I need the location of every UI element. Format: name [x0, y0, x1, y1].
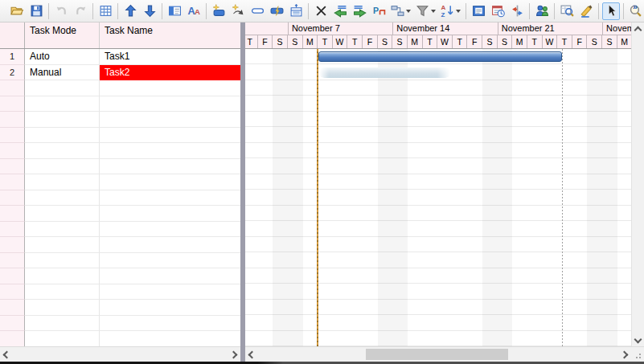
- row-number-cell: [0, 316, 25, 332]
- grid-scroll-left-button[interactable]: [0, 347, 14, 362]
- task-name-cell: [100, 143, 240, 159]
- day-header-cell: T: [318, 35, 333, 48]
- delete-task-button[interactable]: [312, 2, 330, 20]
- indent-task-button[interactable]: [351, 2, 368, 20]
- task-mode-cell: [25, 253, 100, 269]
- toolbar-separator: [554, 3, 555, 19]
- arrow-down-icon: [143, 4, 157, 18]
- indent-icon: [353, 4, 367, 18]
- toolbar-separator: [598, 3, 599, 19]
- resize-grip[interactable]: [631, 347, 644, 362]
- task-name-cell: [100, 331, 240, 346]
- toolbar-separator: [623, 3, 624, 19]
- task-name-cell: [100, 316, 240, 332]
- split-view-button[interactable]: [508, 2, 526, 20]
- day-header-cell: S: [378, 35, 393, 48]
- task-name-cell: [100, 96, 240, 112]
- chevron-left-icon: [3, 350, 11, 358]
- task-calendar-button[interactable]: [287, 2, 305, 20]
- insert-columns-button[interactable]: [96, 2, 114, 20]
- insert-summary-task-button[interactable]: [229, 2, 247, 20]
- arrow-up-icon: [124, 4, 137, 18]
- gantt-chart: November 7November 14November 21November…: [245, 22, 631, 346]
- move-task-up-button[interactable]: [121, 2, 139, 20]
- format-painter-icon: [580, 4, 593, 18]
- grid-horizontal-scrollbar[interactable]: [0, 347, 240, 362]
- task-bar-style-button[interactable]: [248, 2, 266, 20]
- task-name-cell: [100, 268, 240, 284]
- open-icon: [10, 4, 24, 18]
- chart-scroll-thumb[interactable]: [366, 349, 508, 360]
- task-name-cell: [100, 112, 240, 128]
- chevron-left-icon: [248, 350, 256, 358]
- scroll-down-button[interactable]: [632, 333, 644, 346]
- day-header-cell: W: [333, 35, 348, 48]
- chart-scroll-right-button[interactable]: [617, 347, 631, 362]
- toolbar-separator: [117, 3, 118, 19]
- insert-task-button[interactable]: [210, 2, 228, 20]
- task-mode-cell: [25, 284, 100, 301]
- pert-analysis-button[interactable]: [370, 2, 388, 20]
- day-header-cell: T: [347, 35, 363, 48]
- row-number-header-cell[interactable]: [0, 22, 25, 48]
- split-view-icon: [511, 4, 524, 18]
- move-task-down-button[interactable]: [141, 2, 158, 20]
- task-mode-cell: [25, 159, 100, 175]
- empty-row: [0, 128, 240, 144]
- day-header-cell: M: [617, 35, 631, 48]
- gantt-application: » Task Mode Task Name 1AutoTask12ManualT…: [0, 0, 644, 364]
- network-diagram-icon: [391, 4, 404, 18]
- timescale-icon: [491, 4, 505, 18]
- undo-button[interactable]: [52, 2, 70, 20]
- gantt-bar-task1[interactable]: [318, 51, 562, 62]
- grid-scroll-right-button[interactable]: [227, 347, 240, 362]
- task-details-icon: [472, 4, 486, 18]
- filter-button[interactable]: [414, 2, 437, 20]
- open-button[interactable]: [8, 2, 26, 20]
- redo-button[interactable]: [72, 2, 89, 20]
- task-mode-cell: [25, 237, 100, 253]
- task-mode-cell: [25, 300, 100, 316]
- row-number-cell[interactable]: 2: [0, 65, 25, 81]
- task-mode-column-header[interactable]: Task Mode: [25, 22, 100, 48]
- gantt-bar-task2-ghost[interactable]: [319, 67, 450, 78]
- task-name-cell: [100, 190, 240, 207]
- day-header-cell: S: [273, 35, 288, 48]
- timescale-header: November 7November 14November 21November…: [245, 22, 631, 49]
- toolbar-overflow-button[interactable]: »: [629, 2, 642, 13]
- sort-button[interactable]: [439, 2, 462, 20]
- save-button[interactable]: [27, 2, 45, 20]
- scroll-up-button[interactable]: [632, 23, 644, 36]
- vertical-scrollbar[interactable]: [631, 22, 644, 346]
- task-name-column-header[interactable]: Task Name: [100, 22, 240, 48]
- outdent-task-button[interactable]: [331, 2, 349, 20]
- task-name-cell: [100, 300, 240, 316]
- day-header-cell: F: [572, 35, 588, 48]
- day-header-cell: T: [245, 35, 258, 48]
- chart-scroll-left-button[interactable]: [245, 347, 259, 362]
- main-area: Task Mode Task Name 1AutoTask12ManualTas…: [0, 22, 644, 346]
- split-task-button[interactable]: [268, 2, 285, 20]
- chart-horizontal-scrollbar[interactable]: [245, 347, 631, 362]
- row-number-cell: [0, 174, 25, 190]
- row-number-cell: [0, 284, 25, 301]
- task-mode-cell[interactable]: Manual: [25, 65, 100, 81]
- task-name-cell[interactable]: Task2: [100, 65, 240, 81]
- network-diagram-button[interactable]: [389, 2, 412, 20]
- format-font-button[interactable]: [185, 2, 203, 20]
- pointer-mode-button[interactable]: [602, 2, 620, 20]
- empty-row: [0, 222, 240, 238]
- task-mode-cell[interactable]: Auto: [25, 49, 100, 65]
- find-button[interactable]: [558, 2, 576, 20]
- resources-button[interactable]: [533, 2, 551, 20]
- task-name-cell[interactable]: Task1: [100, 49, 240, 65]
- format-painter-button[interactable]: [577, 2, 595, 20]
- filter-icon: [416, 4, 429, 18]
- timescale-button[interactable]: [489, 2, 507, 20]
- row-number-cell[interactable]: 1: [0, 49, 25, 65]
- row-number-cell: [0, 331, 25, 346]
- task-details-button[interactable]: [470, 2, 487, 20]
- week-header-cell: November 14: [392, 22, 497, 35]
- toolbar-separator: [162, 3, 162, 19]
- task-information-button[interactable]: [166, 2, 183, 20]
